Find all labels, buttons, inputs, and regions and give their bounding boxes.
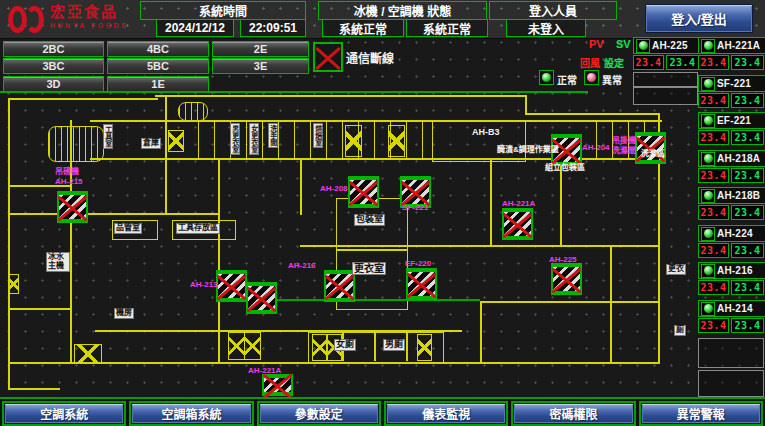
map-room-label: 洗手間 xyxy=(268,123,278,148)
shaft-icon xyxy=(388,125,405,157)
sv-legend-label: SV xyxy=(616,38,631,50)
floor-button-4bc[interactable]: 4BC xyxy=(107,41,209,57)
map-unit-label: AH-204 xyxy=(582,143,610,152)
map-room-label: 醃漬&調理作業區 xyxy=(497,146,559,155)
map-room-label: 更衣 xyxy=(666,264,686,275)
footer-frame: 密碼權限 xyxy=(511,401,635,426)
unit-name: AH-218A xyxy=(717,153,760,164)
unit-status-led-icon xyxy=(701,302,715,316)
comm-loss-unit-icon[interactable] xyxy=(502,208,533,240)
shaft-icon xyxy=(168,130,184,152)
stairs-icon xyxy=(178,102,208,121)
comm-loss-unit-icon[interactable] xyxy=(348,176,379,208)
unit-card-ah-218b[interactable]: AH-218B xyxy=(698,187,765,204)
pv-legend-label: PV xyxy=(589,38,604,50)
meter-monitor-button[interactable]: 儀表監視 xyxy=(386,403,506,424)
floor-button-2bc[interactable]: 2BC xyxy=(3,41,104,57)
comm-loss-legend-label: 通信斷線 xyxy=(346,49,394,66)
wall-segment xyxy=(70,213,72,363)
abnormal-alarm-button[interactable]: 異常警報 xyxy=(641,403,761,424)
pv-value: 23.4 xyxy=(698,280,729,295)
unit-card-ah-221a[interactable]: AH-221A xyxy=(698,37,765,54)
comm-loss-unit-icon[interactable] xyxy=(551,263,582,295)
comm-loss-unit-icon[interactable] xyxy=(635,132,666,164)
wall-segment xyxy=(560,160,562,247)
unit-name: AH-216 xyxy=(717,265,753,276)
shaft-icon xyxy=(244,332,261,360)
sv-value: 23.4 xyxy=(731,93,764,108)
comm-loss-unit-icon[interactable] xyxy=(216,270,247,302)
sv-value: 23.4 xyxy=(731,318,764,333)
stairs-icon xyxy=(48,126,104,162)
ahu-system-button[interactable]: 空調箱系統 xyxy=(131,403,251,424)
comm-loss-unit-icon[interactable] xyxy=(262,374,293,396)
wall-segment xyxy=(490,160,492,247)
unit-status-led-icon xyxy=(636,39,650,53)
pv-value: 23.4 xyxy=(698,130,729,145)
map-room-label: 男更衣室 xyxy=(230,123,240,155)
unit-card-ah-218a[interactable]: AH-218A xyxy=(698,150,765,167)
pv-value: 23.4 xyxy=(698,93,729,108)
wall-segment xyxy=(8,213,220,215)
map-unit-label: AH-215 xyxy=(55,177,83,186)
unit-card-ah-224[interactable]: AH-224 xyxy=(698,225,765,242)
floor-button-3bc[interactable]: 3BC xyxy=(3,58,104,74)
unit-values: 23.4 23.4 xyxy=(698,93,764,108)
comm-loss-unit-icon[interactable] xyxy=(406,268,437,300)
wall-segment xyxy=(8,388,60,390)
unit-name: AH-221A xyxy=(717,40,760,51)
hunya-logo-icon xyxy=(8,4,46,34)
comm-loss-unit-icon[interactable] xyxy=(246,282,277,314)
sv-value: 23.4 xyxy=(731,130,764,145)
login-logout-button[interactable]: 登入/登出 xyxy=(645,4,753,33)
map-unit-label: 吊掛機 xyxy=(612,136,636,145)
hmi-screen: 宏亞食品 HUNYA FOODS 系統時間 2024/12/12 22:09:5… xyxy=(0,0,765,426)
normal-legend-label: 正常 xyxy=(557,72,577,87)
setpoint-label: 設定 xyxy=(604,55,624,70)
unit-card-sf-221[interactable]: SF-221 xyxy=(698,75,765,92)
password-permission-button[interactable]: 密碼權限 xyxy=(513,403,633,424)
pv-value: 23.4 xyxy=(698,243,729,258)
map-unit-label: AH-208 xyxy=(320,184,348,193)
floor-button-3e[interactable]: 3E xyxy=(212,58,309,74)
floor-button-2e[interactable]: 2E xyxy=(212,41,309,57)
map-room-label: 女更衣室 xyxy=(249,123,259,155)
login-status-value: 未登入 xyxy=(506,19,586,37)
empty-slot xyxy=(633,87,698,105)
shaft-icon xyxy=(228,332,245,360)
unit-status-led-icon xyxy=(701,114,715,128)
unit-name: AH-225 xyxy=(652,40,688,51)
ac-system-button[interactable]: 空調系統 xyxy=(4,403,124,424)
pv-value: 23.4 xyxy=(698,205,729,220)
floor-button-3d[interactable]: 3D xyxy=(3,76,104,92)
map-unit-label: AH-221A xyxy=(502,199,535,208)
wall-segment xyxy=(406,332,408,361)
sv-value: 23.4 xyxy=(731,55,764,70)
unit-name: EF-221 xyxy=(717,115,751,126)
footer-frame: 儀表監視 xyxy=(384,401,508,426)
unit-name: AH-224 xyxy=(717,228,753,239)
map-unit-label: AH-213 xyxy=(190,280,218,289)
comm-loss-unit-icon[interactable] xyxy=(57,191,88,223)
shaft-icon xyxy=(345,125,362,157)
map-room-label: 機房 xyxy=(114,308,134,319)
wall-segment xyxy=(525,113,660,115)
wall-segment xyxy=(218,160,220,363)
wall-segment xyxy=(165,95,167,215)
return-air-label: 回風 xyxy=(580,55,600,70)
unit-values: 23.4 23.4 xyxy=(698,55,764,70)
logo-text: 宏亞食品 HUNYA FOODS xyxy=(50,4,128,29)
map-room-label: 男廁 xyxy=(383,339,405,351)
floor-button-1e[interactable]: 1E xyxy=(107,76,209,92)
unit-card-ah-214[interactable]: AH-214 xyxy=(698,300,765,317)
unit-card-ah-225[interactable]: AH-225 xyxy=(633,37,700,54)
unit-status-led-icon xyxy=(701,189,715,203)
parameter-settings-button[interactable]: 參數設定 xyxy=(259,403,379,424)
unit-status-led-icon xyxy=(701,152,715,166)
map-room-label: 工具室 xyxy=(103,124,113,149)
unit-card-ah-216[interactable]: AH-216 xyxy=(698,262,765,279)
map-room-label: 組立包裝區 xyxy=(545,164,585,173)
unit-card-ef-221[interactable]: EF-221 xyxy=(698,112,765,129)
floor-button-5bc[interactable]: 5BC xyxy=(107,58,209,74)
comm-loss-unit-icon[interactable] xyxy=(324,270,355,302)
